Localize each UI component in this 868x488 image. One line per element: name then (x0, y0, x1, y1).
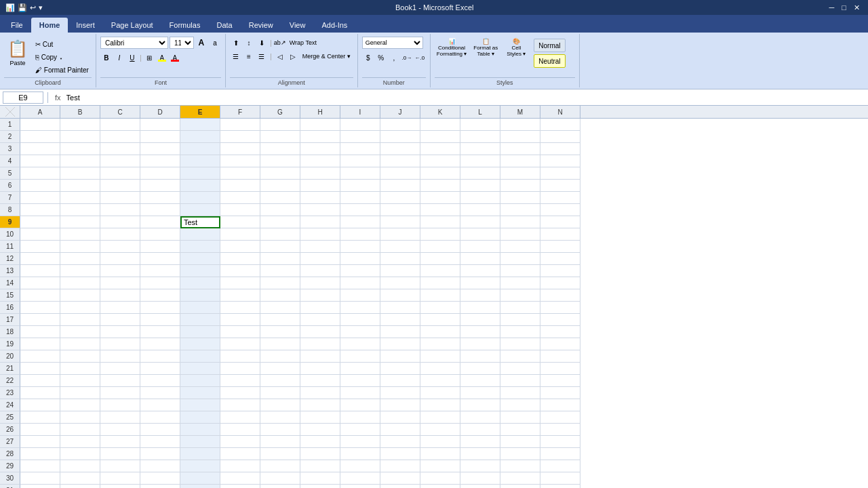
ribbon-tab-data[interactable]: Data (208, 18, 240, 33)
cell-G10[interactable] (260, 228, 300, 241)
cell-B27[interactable] (60, 436, 100, 448)
cell-M7[interactable] (500, 192, 540, 204)
cell-G31[interactable] (260, 485, 300, 488)
cell-G15[interactable] (260, 289, 300, 302)
row-num-9[interactable]: 9 (0, 216, 20, 228)
cell-L5[interactable] (460, 167, 500, 180)
cell-E25[interactable] (180, 411, 220, 424)
percent-btn[interactable]: % (375, 52, 387, 64)
cell-G29[interactable] (260, 460, 300, 472)
cell-C6[interactable] (100, 180, 140, 192)
cell-J3[interactable] (380, 143, 420, 155)
cell-M26[interactable] (500, 424, 540, 436)
cell-L17[interactable] (460, 314, 500, 326)
cell-I17[interactable] (340, 314, 380, 326)
cell-N27[interactable] (540, 436, 580, 448)
cell-A26[interactable] (20, 424, 60, 436)
cell-M28[interactable] (500, 448, 540, 460)
cell-K30[interactable] (420, 472, 460, 485)
cell-F12[interactable] (220, 253, 260, 265)
cut-button[interactable]: ✂ Cut (33, 38, 92, 50)
ribbon-tab-insert[interactable]: Insert (68, 18, 103, 33)
cell-L7[interactable] (460, 192, 500, 204)
cell-K24[interactable] (420, 399, 460, 411)
cell-F19[interactable] (220, 338, 260, 350)
cell-I29[interactable] (340, 460, 380, 472)
cell-N31[interactable] (540, 485, 580, 488)
cell-F25[interactable] (220, 411, 260, 424)
ribbon-tab-review[interactable]: Review (241, 18, 281, 33)
cell-I2[interactable] (340, 131, 380, 143)
cell-G6[interactable] (260, 180, 300, 192)
cell-B21[interactable] (60, 363, 100, 375)
cell-D10[interactable] (140, 228, 180, 241)
cell-H13[interactable] (300, 265, 340, 277)
cell-B13[interactable] (60, 265, 100, 277)
grid-body[interactable]: 123456789Test101112131415161718192021222… (0, 119, 868, 488)
cell-L12[interactable] (460, 253, 500, 265)
cell-N21[interactable] (540, 363, 580, 375)
cell-N9[interactable] (540, 216, 580, 228)
cell-H27[interactable] (300, 436, 340, 448)
cell-M19[interactable] (500, 338, 540, 350)
cell-B26[interactable] (60, 424, 100, 436)
col-header-A[interactable]: A (20, 106, 60, 118)
cell-E17[interactable] (180, 314, 220, 326)
cell-K20[interactable] (420, 350, 460, 363)
cell-I5[interactable] (340, 167, 380, 180)
cell-A31[interactable] (20, 485, 60, 488)
cell-B29[interactable] (60, 460, 100, 472)
cell-L10[interactable] (460, 228, 500, 241)
cell-H6[interactable] (300, 180, 340, 192)
cell-L9[interactable] (460, 216, 500, 228)
cell-F5[interactable] (220, 167, 260, 180)
cell-F23[interactable] (220, 387, 260, 399)
cell-K28[interactable] (420, 448, 460, 460)
col-header-G[interactable]: G (260, 106, 300, 118)
row-num-18[interactable]: 18 (0, 326, 20, 338)
cell-G12[interactable] (260, 253, 300, 265)
cell-E30[interactable] (180, 472, 220, 485)
cell-J13[interactable] (380, 265, 420, 277)
cell-E9[interactable]: Test (180, 216, 220, 228)
cell-N22[interactable] (540, 375, 580, 387)
cell-M24[interactable] (500, 399, 540, 411)
undo-btn[interactable]: ↩ (30, 3, 36, 12)
cell-A2[interactable] (20, 131, 60, 143)
cell-B4[interactable] (60, 155, 100, 167)
neutral-style-btn[interactable]: Neutral (534, 54, 565, 68)
orientation-btn[interactable]: ab↗ (274, 37, 286, 49)
cell-N11[interactable] (540, 241, 580, 253)
cell-M22[interactable] (500, 375, 540, 387)
cell-B6[interactable] (60, 180, 100, 192)
decrease-decimal-btn[interactable]: ←.0 (414, 52, 426, 64)
cell-G21[interactable] (260, 363, 300, 375)
cell-H7[interactable] (300, 192, 340, 204)
col-header-N[interactable]: N (540, 106, 580, 118)
cell-N4[interactable] (540, 155, 580, 167)
cell-J8[interactable] (380, 204, 420, 216)
cell-I4[interactable] (340, 155, 380, 167)
cell-C5[interactable] (100, 167, 140, 180)
cell-D5[interactable] (140, 167, 180, 180)
row-num-23[interactable]: 23 (0, 387, 20, 399)
cell-F4[interactable] (220, 155, 260, 167)
cell-F27[interactable] (220, 436, 260, 448)
cell-H19[interactable] (300, 338, 340, 350)
cell-G25[interactable] (260, 411, 300, 424)
cell-C26[interactable] (100, 424, 140, 436)
cell-F3[interactable] (220, 143, 260, 155)
cell-H30[interactable] (300, 472, 340, 485)
ribbon-tab-home[interactable]: Home (31, 18, 68, 33)
cell-L14[interactable] (460, 277, 500, 289)
cell-D23[interactable] (140, 387, 180, 399)
cell-C10[interactable] (100, 228, 140, 241)
cell-I15[interactable] (340, 289, 380, 302)
underline-btn[interactable]: U (126, 52, 138, 64)
cell-I28[interactable] (340, 448, 380, 460)
cell-B24[interactable] (60, 399, 100, 411)
cell-A20[interactable] (20, 350, 60, 363)
cell-D8[interactable] (140, 204, 180, 216)
cell-G5[interactable] (260, 167, 300, 180)
cell-J28[interactable] (380, 448, 420, 460)
